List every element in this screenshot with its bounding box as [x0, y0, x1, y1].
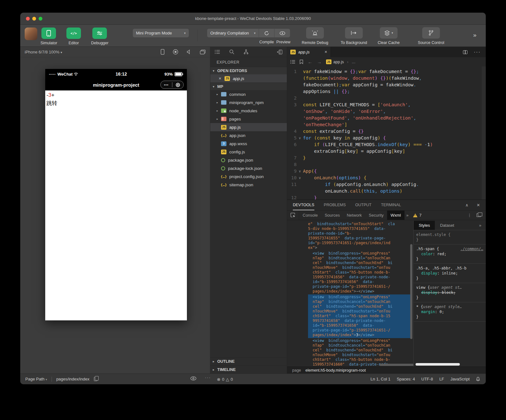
more-tabs-icon[interactable]: »	[406, 213, 409, 218]
devtools-tab-devtools[interactable]: DEVTOOLS	[293, 200, 314, 210]
devtools-tab-problems[interactable]: PROBLEMS	[324, 200, 346, 210]
code-line-10[interactable]: 10∨ onLaunch(options) {	[287, 175, 486, 181]
tree-item-miniprogram-npm[interactable]: ▸miniprogram_npm	[210, 98, 287, 107]
preview-button[interactable]	[275, 29, 290, 37]
code-line-2[interactable]: 2	[287, 95, 486, 102]
outline-section[interactable]: ▸ OUTLINE	[210, 357, 287, 365]
tab-app-js[interactable]: JS app.js ✕	[287, 47, 331, 57]
source-control-button[interactable]: Source Control	[420, 27, 442, 45]
home-button[interactable]	[172, 83, 184, 87]
avatar[interactable]	[25, 28, 37, 40]
code-line-7[interactable]: 7}	[287, 155, 486, 161]
outline-list-icon[interactable]	[290, 60, 295, 64]
editor-scrollbar[interactable]	[482, 66, 486, 200]
record-button[interactable]	[173, 49, 178, 55]
devtools-subtab-security[interactable]: Security	[365, 211, 387, 220]
compile-button[interactable]	[259, 29, 275, 37]
code-line-12[interactable]: 12 }	[287, 195, 486, 200]
language-mode[interactable]: JavaScript	[450, 377, 470, 381]
split-editor-icon[interactable]	[463, 50, 467, 54]
menu-button[interactable]: •••	[161, 83, 172, 87]
tree-item-app-json[interactable]: {…}app.json	[210, 131, 287, 139]
multi-window-button[interactable]	[200, 50, 206, 54]
collapse-panel-icon[interactable]: ∧	[466, 203, 469, 207]
wxml-horizontal-scrollbar[interactable]	[379, 364, 413, 366]
visibility-icon[interactable]	[190, 376, 196, 380]
css-rule[interactable]: * {user agent style…margin: 0;}	[414, 302, 486, 322]
mute-button[interactable]	[187, 49, 192, 54]
tree-item-project-config-json[interactable]: {…}project.config.json	[210, 172, 287, 181]
styles-horizontal-scrollbar[interactable]	[416, 363, 460, 366]
rotate-device-button[interactable]	[161, 49, 164, 55]
device-select[interactable]: iPhone 6/7/8 100% ▾	[25, 50, 62, 54]
git-branch-icon[interactable]	[244, 49, 248, 54]
code-editor[interactable]: 1var fakeWindow = {};var fakeDocument = …	[287, 66, 486, 200]
inspect-element-icon[interactable]	[287, 211, 299, 220]
jump-link[interactable]: 跳转	[46, 99, 186, 108]
mode-select[interactable]: Mini Program Mode ▾	[133, 29, 189, 37]
fold-chevron-icon[interactable]: ∨	[297, 175, 303, 181]
bookmark-icon[interactable]	[299, 59, 303, 64]
tree-item-package-lock-json[interactable]: package-lock.json	[210, 164, 287, 172]
open-editors-section[interactable]: ▾ OPEN EDITORS	[210, 67, 287, 74]
cursor-position[interactable]: Ln 1, Col 1	[371, 377, 391, 381]
code-line-3[interactable]: 3const LIFE_CYCLE_METHODS = ['onLaunch',…	[287, 102, 486, 128]
editor-more-icon[interactable]: ···	[474, 49, 481, 55]
devtools-subtab-console[interactable]: Console	[299, 211, 321, 220]
open-editor-item[interactable]: ✕ JS app.js	[210, 74, 287, 83]
toolbar-more-button[interactable]: »	[473, 32, 477, 39]
code-line-8[interactable]: 8	[287, 161, 486, 168]
breadcrumb-more[interactable]: …	[352, 60, 356, 64]
code-line-6[interactable]: 6 if (LIFE_CYCLE_METHODS.indexOf(key) ==…	[287, 141, 486, 155]
remote-debug-button[interactable]: Remote Debug	[305, 27, 324, 45]
tree-item-pages[interactable]: ▸pages	[210, 115, 287, 123]
styles-tab-styles[interactable]: Styles	[414, 221, 435, 230]
simulator-button[interactable]: Simulator	[40, 28, 57, 45]
tree-item-app-js[interactable]: JSapp.js	[210, 123, 287, 131]
undock-icon[interactable]	[477, 213, 481, 217]
warnings-icon[interactable]: △	[226, 377, 229, 382]
stylesheet-link[interactable]: ./common/…	[460, 246, 483, 251]
project-section[interactable]: ▾ MP	[210, 83, 287, 90]
warning-counter[interactable]: 7	[413, 213, 422, 218]
to-background-button[interactable]: To Background	[342, 27, 365, 45]
back-icon[interactable]: ←	[308, 59, 312, 65]
collapse-sidebar-icon[interactable]	[277, 50, 282, 54]
wxml-node[interactable]: <view bindlongpress="onLongPress" nTap" …	[308, 251, 411, 294]
simulator-more-icon[interactable]: ···	[205, 375, 211, 380]
compilation-select[interactable]: Ordinary Compilation ▾	[207, 29, 259, 37]
css-rule[interactable]: element.style {}	[414, 230, 486, 244]
close-panel-icon[interactable]: ✕	[477, 203, 480, 207]
counter-text[interactable]: -3+	[46, 91, 186, 99]
tree-item-common[interactable]: ▸common	[210, 90, 287, 98]
eol-sequence[interactable]: LF	[439, 377, 444, 381]
indentation[interactable]: Spaces: 4	[397, 377, 415, 381]
timeline-section[interactable]: ▸ TIMELINE	[210, 365, 287, 374]
devtools-subtab-network[interactable]: Network	[343, 211, 365, 220]
copy-path-icon[interactable]	[94, 377, 97, 381]
code-line-11[interactable]: 11 if (appConfig.onLaunch) appConfig. on…	[287, 181, 486, 195]
code-line-9[interactable]: 9∨App({	[287, 168, 486, 175]
tree-item-app-wxss[interactable]: 3app.wxss	[210, 139, 287, 148]
notifications-bell-icon[interactable]	[476, 377, 480, 381]
code-line-5[interactable]: 5∨for (const key in appConfig) {	[287, 135, 486, 141]
fold-chevron-icon[interactable]: ∨	[297, 168, 303, 175]
code-line-1[interactable]: 1var fakeWindow = {};var fakeDocument = …	[287, 68, 486, 95]
wxml-node-selected[interactable]: <view bindlongpress="onLongPress" nTap" …	[308, 294, 411, 338]
fold-chevron-icon[interactable]: ∨	[297, 135, 303, 141]
encoding[interactable]: UTF-8	[421, 377, 433, 381]
css-rule[interactable]: view {user agent st…display: block;}	[414, 283, 486, 302]
code-line-4[interactable]: 4const extraConfig = {}	[287, 128, 486, 135]
css-rule[interactable]: .h5-span {./common/…color: red;}	[414, 244, 486, 264]
editor-button[interactable]: </> Editor	[66, 28, 81, 45]
tree-item-config-js[interactable]: JSconfig.js	[210, 148, 287, 156]
wxml-inspector[interactable]: e" bindtouchstart="onTouchStart" cla 5-d…	[287, 221, 413, 367]
wxml-vertical-scrollbar[interactable]	[410, 244, 412, 339]
tree-item-node-modules[interactable]: ▸node_modules	[210, 107, 287, 115]
wxml-node[interactable]: <view bindlongpress="onLongPress" nTap" …	[308, 338, 411, 367]
styles-more-tabs-icon[interactable]: »	[479, 223, 486, 228]
devtools-subtab-wxml[interactable]: Wxml	[387, 211, 404, 220]
styles-tab-dataset[interactable]: Dataset	[435, 221, 459, 230]
kebab-menu-icon[interactable]: ⋮	[467, 213, 472, 218]
clear-cache-button[interactable]: ▾ Clear Cache	[379, 27, 399, 45]
